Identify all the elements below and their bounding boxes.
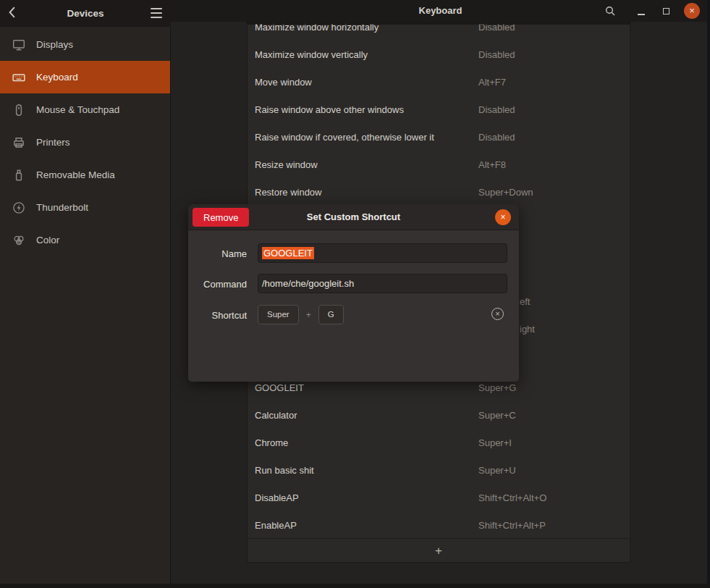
- key-joiner: +: [306, 310, 311, 320]
- shortcut-row[interactable]: EnableAP Shift+Ctrl+Alt+P: [248, 511, 630, 539]
- clear-shortcut-button[interactable]: ×: [491, 308, 504, 320]
- sidebar-item-color[interactable]: Color: [0, 224, 170, 256]
- shortcut-label: Raise window above other windows: [255, 104, 478, 115]
- sidebar-item-label: Keyboard: [36, 72, 78, 83]
- sidebar-item-thunderbolt[interactable]: Thunderbolt: [0, 191, 170, 224]
- shortcut-row[interactable]: DisableAP Shift+Ctrl+Alt+O: [248, 484, 630, 511]
- name-field-label: Name: [188, 248, 247, 259]
- search-button[interactable]: [601, 2, 619, 20]
- shortcut-field-label: Shortcut: [188, 310, 247, 321]
- sidebar-item-removable-media[interactable]: Removable Media: [0, 159, 170, 191]
- shortcut-row[interactable]: Raise window above other windows Disable…: [248, 96, 630, 123]
- shortcut-label: Raise window if covered, otherwise lower…: [255, 132, 478, 143]
- sidebar-titlebar: Devices: [0, 0, 171, 27]
- add-icon: +: [435, 544, 442, 558]
- header-shadow: [247, 22, 630, 25]
- color-icon: [12, 234, 25, 247]
- shortcut-value: Super+C: [478, 410, 516, 421]
- shortcut-label: Run basic shit: [255, 465, 478, 476]
- close-icon: ×: [689, 3, 695, 19]
- occluded-shortcut-value-fragment: ight: [520, 324, 535, 335]
- shortcut-value: Super+U: [478, 465, 516, 476]
- command-input[interactable]: /home/che/googleit.sh: [258, 274, 507, 293]
- sidebar-item-mouse-touchpad[interactable]: Mouse & Touchpad: [0, 93, 170, 126]
- sidebar-item-label: Thunderbolt: [36, 202, 88, 213]
- removable-media-icon: [12, 169, 25, 182]
- custom-shortcut-rows: GOOGLEIT Super+G Calculator Super+C Chro…: [248, 374, 630, 539]
- shortcut-label: GOOGLEIT: [255, 382, 478, 393]
- shortcut-row[interactable]: Resize window Alt+F8: [248, 151, 630, 178]
- keyboard-icon: [12, 71, 25, 84]
- shortcut-row[interactable]: Run basic shit Super+U: [248, 456, 630, 484]
- shortcut-label: Calculator: [255, 410, 478, 421]
- command-value: /home/che/googleit.sh: [262, 278, 354, 289]
- sidebar-item-label: Printers: [36, 137, 70, 148]
- shortcut-label: EnableAP: [255, 520, 478, 531]
- shortcut-label: Move window: [255, 77, 478, 88]
- search-icon: [604, 5, 616, 17]
- add-shortcut-button[interactable]: +: [248, 538, 630, 563]
- window-bottom-edge: [0, 584, 710, 588]
- shortcut-value: Super+I: [478, 437, 512, 448]
- hamburger-icon: [151, 8, 162, 9]
- shortcut-label: Chrome: [255, 437, 478, 448]
- sidebar-title: Devices: [0, 0, 171, 27]
- shortcut-row[interactable]: Restore window Super+Down: [248, 178, 630, 206]
- shortcut-label: Resize window: [255, 159, 478, 170]
- dialog-header: Remove Set Custom Shortcut ×: [188, 204, 519, 230]
- shortcut-value: Alt+F7: [478, 77, 506, 88]
- window-close-button[interactable]: ×: [684, 3, 700, 19]
- occluded-shortcut-value-fragment: eft: [520, 296, 530, 307]
- dialog-close-icon: ×: [500, 212, 505, 222]
- dialog-close-button[interactable]: ×: [495, 209, 511, 225]
- sidebar-item-label: Removable Media: [36, 169, 115, 180]
- sidebar-item-printers[interactable]: Printers: [0, 126, 170, 159]
- command-field-label: Command: [188, 279, 247, 290]
- name-input[interactable]: GOOGLEIT: [258, 243, 507, 263]
- maximize-button[interactable]: [657, 2, 675, 20]
- shortcut-value: Disabled: [478, 49, 515, 60]
- shortcut-value: Shift+Ctrl+Alt+O: [478, 492, 546, 503]
- set-custom-shortcut-dialog: Remove Set Custom Shortcut × Name GOOGLE…: [188, 204, 519, 382]
- printer-icon: [12, 136, 25, 149]
- minimize-icon: [638, 14, 645, 15]
- shortcut-row[interactable]: Raise window if covered, otherwise lower…: [248, 123, 630, 151]
- shortcut-label: Maximize window vertically: [255, 49, 478, 60]
- sidebar-item-label: Displays: [36, 39, 73, 50]
- selected-text: GOOGLEIT: [262, 247, 314, 259]
- sidebar-item-keyboard[interactable]: Keyboard: [0, 61, 170, 93]
- menu-button[interactable]: [151, 8, 162, 18]
- window-shortcut-rows: Maximize window horizontally Disabled Ma…: [248, 22, 630, 206]
- clear-shortcut-icon: ×: [495, 310, 499, 318]
- shortcut-value: Super+Down: [478, 187, 533, 198]
- shortcut-value: Disabled: [478, 132, 515, 143]
- window-right-edge: [707, 0, 710, 588]
- shortcut-label: DisableAP: [255, 492, 478, 503]
- keycap-super: Super: [258, 305, 299, 324]
- thunderbolt-icon: [12, 201, 25, 214]
- sidebar-item-displays[interactable]: Displays: [0, 28, 170, 61]
- shortcut-value: Super+G: [478, 382, 516, 393]
- shortcut-row[interactable]: Chrome Super+I: [248, 429, 630, 456]
- shortcut-value: Alt+F8: [478, 159, 506, 170]
- shortcut-key-combo: Super + G: [258, 305, 344, 324]
- remove-button[interactable]: Remove: [193, 208, 249, 227]
- shortcut-label: Restore window: [255, 187, 478, 198]
- main-titlebar: Keyboard ×: [171, 0, 710, 22]
- shortcut-value: Shift+Ctrl+Alt+P: [478, 520, 546, 531]
- minimize-button[interactable]: [633, 2, 650, 20]
- mouse-icon: [12, 104, 25, 117]
- shortcut-row[interactable]: Calculator Super+C: [248, 401, 630, 429]
- sidebar-item-label: Color: [36, 235, 59, 245]
- sidebar-item-label: Mouse & Touchpad: [36, 104, 119, 115]
- shortcut-row[interactable]: Maximize window vertically Disabled: [248, 41, 630, 68]
- shortcut-row[interactable]: Move window Alt+F7: [248, 68, 630, 96]
- maximize-icon: [663, 8, 669, 14]
- shortcut-value: Disabled: [478, 104, 515, 115]
- display-icon: [12, 38, 25, 51]
- keycap-g: G: [318, 305, 344, 324]
- page-title: Keyboard: [171, 0, 710, 22]
- sidebar: Displays Keyboard Mouse & Touchpad Print…: [0, 27, 171, 584]
